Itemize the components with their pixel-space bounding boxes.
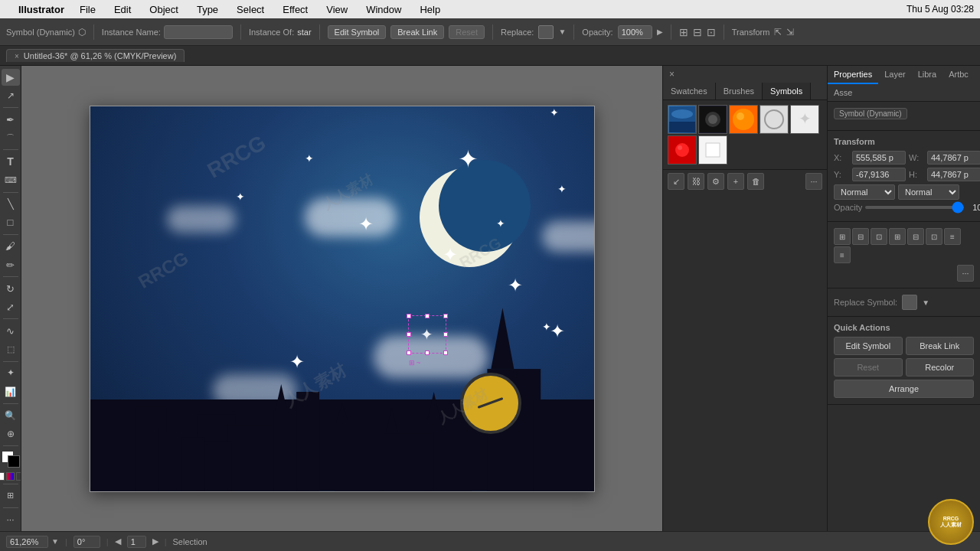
- swatches-panel-close[interactable]: ×: [669, 69, 675, 80]
- w-input[interactable]: [927, 151, 980, 165]
- tab-layer[interactable]: Layer: [878, 66, 912, 84]
- paintbrush-tool[interactable]: 🖌: [2, 238, 20, 255]
- free-transform-tool[interactable]: ⬚: [2, 341, 20, 357]
- delete-symbol-button[interactable]: 🗑: [747, 173, 764, 190]
- prev-artboard-icon[interactable]: ◀: [115, 536, 121, 546]
- replace-dropdown-icon[interactable]: ▼: [558, 28, 566, 36]
- selected-symbol[interactable]: ✦ ⊞ ~: [408, 315, 446, 354]
- artboard-input[interactable]: [127, 536, 146, 548]
- place-symbol-button[interactable]: ↙: [668, 173, 684, 190]
- menu-edit[interactable]: Edit: [111, 4, 134, 15]
- break-link-qa-button[interactable]: Break Link: [906, 337, 975, 355]
- menu-help[interactable]: Help: [416, 4, 443, 15]
- menu-object[interactable]: Object: [146, 4, 181, 15]
- symbol-item-2[interactable]: [698, 105, 727, 134]
- align-icon3[interactable]: ⊡: [707, 26, 716, 38]
- symbol-options-button[interactable]: ⚙: [707, 173, 724, 190]
- y-input[interactable]: [852, 168, 906, 181]
- break-link-sym-button[interactable]: ⛓: [688, 173, 704, 190]
- canvas-area[interactable]: ✦ ✦ ✦ ✦ ✦ ✦ ✦ ✦ ✦ ✦ ✦ ✦: [21, 66, 662, 531]
- warp-tool[interactable]: ∿: [2, 322, 20, 339]
- rotate-tool[interactable]: ↻: [2, 280, 20, 297]
- expand-icon[interactable]: ⇱: [774, 27, 782, 37]
- menu-select[interactable]: Select: [234, 4, 267, 15]
- opacity-slider[interactable]: [865, 206, 964, 209]
- handle-topright[interactable]: [443, 314, 448, 318]
- align-icon1[interactable]: ⊞: [679, 26, 688, 38]
- menu-file[interactable]: File: [77, 4, 99, 15]
- symbol-sprayer-tool[interactable]: ✦: [2, 364, 20, 381]
- symbol-item-7[interactable]: [698, 135, 727, 165]
- dist-h-btn[interactable]: ≡: [944, 228, 961, 245]
- break-link-button[interactable]: Break Link: [390, 25, 444, 39]
- eyedropper-tool[interactable]: 🔍: [2, 407, 20, 424]
- handle-bottomcenter[interactable]: [425, 350, 430, 355]
- scale-tool[interactable]: ⤢: [2, 298, 20, 315]
- align-icon2[interactable]: ⊟: [693, 26, 702, 38]
- tab-symbols[interactable]: Symbols: [763, 83, 811, 99]
- direct-selection-tool[interactable]: ↗: [2, 87, 20, 104]
- handle-topleft[interactable]: [407, 314, 411, 318]
- tab-artbc[interactable]: Artbc: [942, 66, 975, 84]
- artwork[interactable]: ✦ ✦ ✦ ✦ ✦ ✦ ✦ ✦ ✦ ✦ ✦ ✦: [90, 106, 595, 492]
- zoom-tool[interactable]: ⊕: [2, 425, 20, 442]
- new-symbol-button[interactable]: +: [727, 173, 744, 190]
- symbol-item-3[interactable]: [729, 105, 758, 134]
- instance-name-input[interactable]: [164, 25, 233, 39]
- edit-symbol-button[interactable]: Edit Symbol: [328, 25, 387, 39]
- menu-view[interactable]: View: [323, 4, 351, 15]
- symbol-item-5[interactable]: ✦: [790, 105, 819, 134]
- opacity-arrow-icon[interactable]: ▶: [657, 28, 663, 36]
- pattern-mode[interactable]: [16, 472, 21, 481]
- next-artboard-icon[interactable]: ▶: [152, 536, 158, 546]
- constraint-select[interactable]: Normal: [834, 184, 895, 200]
- none-mode[interactable]: [0, 472, 5, 481]
- symbol-item-4[interactable]: [760, 105, 789, 134]
- pencil-tool[interactable]: ✏: [2, 256, 20, 273]
- edit-symbol-qa-button[interactable]: Edit Symbol: [834, 337, 903, 355]
- blend-select[interactable]: Normal: [898, 184, 959, 200]
- shape-tool[interactable]: □: [2, 214, 20, 231]
- tab-libra[interactable]: Libra: [912, 66, 942, 84]
- recolor-qa-button[interactable]: Recolor: [906, 358, 975, 377]
- replace-color-box[interactable]: [538, 25, 554, 39]
- align-bottom-btn[interactable]: ⊡: [926, 228, 942, 245]
- type-tool[interactable]: T: [2, 153, 20, 170]
- align-top-btn[interactable]: ⊞: [889, 228, 906, 245]
- dist-v-btn[interactable]: ≡: [834, 246, 851, 263]
- collapse-icon[interactable]: ⇲: [786, 27, 794, 37]
- align-left-btn[interactable]: ⊞: [834, 228, 851, 245]
- h-input[interactable]: [927, 168, 980, 181]
- touch-type-tool[interactable]: ⌨: [2, 172, 20, 189]
- tab-close-icon[interactable]: ×: [15, 52, 19, 60]
- more-tools[interactable]: ···: [2, 511, 20, 528]
- tab-asse[interactable]: Asse: [828, 84, 858, 101]
- handle-middleleft[interactable]: [407, 332, 411, 337]
- pen-tool[interactable]: ✒: [2, 111, 20, 128]
- selection-tool[interactable]: ▶: [2, 69, 20, 86]
- replace-dropdown-arrow[interactable]: ▼: [922, 298, 929, 307]
- tab-properties[interactable]: Properties: [828, 66, 878, 84]
- tab-swatches[interactable]: Swatches: [663, 83, 716, 99]
- align-mid-btn[interactable]: ⊟: [907, 228, 924, 245]
- arrange-button[interactable]: Arrange: [834, 380, 974, 398]
- artboard-tool[interactable]: ⊞: [2, 487, 20, 504]
- handle-bottomleft[interactable]: [407, 350, 411, 355]
- reset-qa-button[interactable]: Reset: [834, 358, 903, 377]
- document-tab[interactable]: × Untitled-36* @ 61,26 % (CMYK/Preview): [6, 49, 185, 62]
- align-center-btn[interactable]: ⊟: [852, 228, 869, 245]
- curvature-tool[interactable]: ⌒: [2, 129, 20, 146]
- line-tool[interactable]: ╲: [2, 196, 20, 213]
- reset-button[interactable]: Reset: [449, 25, 485, 39]
- align-panel-menu[interactable]: ···: [957, 265, 974, 282]
- menu-effect[interactable]: Effect: [279, 4, 311, 15]
- align-right-btn[interactable]: ⊡: [871, 228, 887, 245]
- menu-window[interactable]: Window: [363, 4, 404, 15]
- gradient-mode[interactable]: [6, 472, 15, 481]
- tab-brushes[interactable]: Brushes: [716, 83, 763, 99]
- replace-symbol-color[interactable]: [902, 295, 917, 310]
- column-graph-tool[interactable]: 📊: [2, 383, 20, 400]
- menu-type[interactable]: Type: [194, 4, 221, 15]
- handle-bottomright[interactable]: [443, 350, 448, 355]
- symbol-item-6[interactable]: [668, 135, 697, 165]
